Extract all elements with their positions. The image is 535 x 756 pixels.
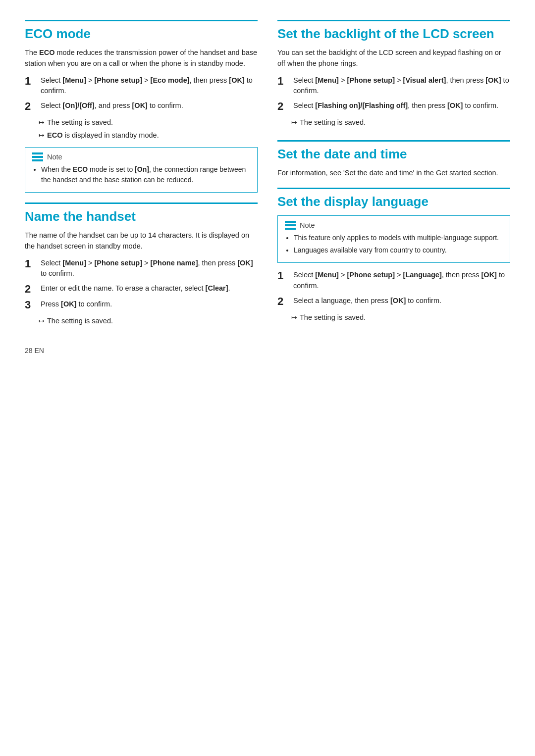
eco-step-1: 1 Select [Menu] > [Phone setup] > [Eco m… — [25, 75, 258, 97]
name-step-2-content: Enter or edit the name. To erase a chara… — [41, 283, 258, 294]
note-title: Note — [47, 153, 62, 161]
language-step-num-1: 1 — [277, 270, 291, 282]
svg-rect-4 — [285, 224, 296, 226]
language-step-1: 1 Select [Menu] > [Phone setup] > [Langu… — [277, 270, 510, 292]
eco-note-list: When the ECO mode is set to [On], the co… — [32, 164, 250, 185]
arrow-icon-2: ↦ — [39, 130, 45, 141]
name-step-2: 2 Enter or edit the name. To erase a cha… — [25, 283, 258, 295]
backlight-step-2-content: Select [Flashing on]/[Flashing off], the… — [293, 101, 510, 111]
arrow-note-saved: ↦ The setting is saved. — [39, 117, 258, 128]
language-step-1-content: Select [Menu] > [Phone setup] > [Languag… — [293, 270, 510, 292]
name-step-1: 1 Select [Menu] > [Phone setup] > [Phone… — [25, 258, 258, 280]
backlight-step-2: 2 Select [Flashing on]/[Flashing off], t… — [277, 101, 510, 112]
name-handset-section: Name the handset The name of the handset… — [25, 202, 258, 327]
step-2-content: Select [On]/[Off], and press [OK] to con… — [41, 101, 258, 111]
language-note-box: Note This feature only applies to models… — [277, 215, 510, 263]
step-num-1: 1 — [25, 75, 39, 87]
display-language-section: Set the display language Note This featu… — [277, 188, 510, 323]
date-time-section: Set the date and time For information, s… — [277, 140, 510, 179]
language-note-icon — [285, 221, 296, 230]
name-arrow-text: The setting is saved. — [47, 316, 113, 327]
backlight-step-num-1: 1 — [277, 75, 291, 87]
language-steps: 1 Select [Menu] > [Phone setup] > [Langu… — [277, 270, 510, 307]
arrow-note-text-2: ECO is displayed in standby mode. — [47, 130, 159, 141]
step-num-2: 2 — [25, 101, 39, 112]
backlight-arrow-text: The setting is saved. — [300, 117, 366, 128]
name-arrow-icon: ↦ — [39, 316, 45, 326]
svg-rect-3 — [285, 221, 296, 223]
language-arrow-note: ↦ The setting is saved. — [291, 312, 510, 323]
name-handset-title: Name the handset — [25, 202, 258, 224]
language-arrow-text: The setting is saved. — [300, 312, 366, 323]
language-note-item-2: Languages available vary from country to… — [294, 245, 503, 255]
arrow-icon: ↦ — [39, 117, 45, 128]
backlight-step-num-2: 2 — [277, 101, 291, 112]
name-arrow-note: ↦ The setting is saved. — [39, 316, 258, 327]
name-step-num-1: 1 — [25, 258, 39, 270]
name-handset-steps: 1 Select [Menu] > [Phone setup] > [Phone… — [25, 258, 258, 311]
name-step-3: 3 Press [OK] to confirm. — [25, 299, 258, 311]
backlight-steps: 1 Select [Menu] > [Phone setup] > [Visua… — [277, 75, 510, 113]
svg-rect-2 — [32, 159, 43, 161]
eco-mode-intro: The ECO mode reduces the transmission po… — [25, 48, 258, 69]
eco-mode-section: ECO mode The ECO mode reduces the transm… — [25, 20, 258, 193]
eco-mode-steps: 1 Select [Menu] > [Phone setup] > [Eco m… — [25, 75, 258, 113]
language-note-list: This feature only applies to models with… — [285, 233, 503, 255]
backlight-arrow-note: ↦ The setting is saved. — [291, 117, 510, 128]
backlight-section: Set the backlight of the LCD screen You … — [277, 20, 510, 128]
language-step-num-2: 2 — [277, 296, 291, 307]
name-step-1-content: Select [Menu] > [Phone setup] > [Phone n… — [41, 258, 258, 280]
language-note-item-1: This feature only applies to models with… — [294, 233, 503, 243]
name-step-num-3: 3 — [25, 299, 39, 311]
step-1-content: Select [Menu] > [Phone setup] > [Eco mod… — [41, 75, 258, 97]
eco-mode-title: ECO mode — [25, 20, 258, 42]
note-icon — [32, 152, 43, 161]
arrow-note-text: The setting is saved. — [47, 117, 113, 128]
backlight-intro: You can set the backlight of the LCD scr… — [277, 48, 510, 69]
page-number: 28 EN — [25, 347, 44, 354]
eco-note-box: Note When the ECO mode is set to [On], t… — [25, 147, 258, 193]
backlight-arrow-icon: ↦ — [291, 117, 297, 128]
display-language-title: Set the display language — [277, 188, 510, 209]
language-arrow-icon: ↦ — [291, 312, 297, 323]
backlight-title: Set the backlight of the LCD screen — [277, 20, 510, 42]
language-step-2: 2 Select a language, then press [OK] to … — [277, 296, 510, 307]
language-note-title: Note — [300, 221, 315, 229]
eco-step-2: 2 Select [On]/[Off], and press [OK] to c… — [25, 101, 258, 112]
name-handset-intro: The name of the handset can be up to 14 … — [25, 230, 258, 252]
arrow-note-eco: ↦ ECO is displayed in standby mode. — [39, 130, 258, 141]
language-note-header: Note — [285, 221, 503, 230]
page-footer: 28 EN — [25, 347, 510, 354]
date-time-intro: For information, see 'Set the date and t… — [277, 168, 510, 179]
name-step-num-2: 2 — [25, 283, 39, 295]
backlight-step-1: 1 Select [Menu] > [Phone setup] > [Visua… — [277, 75, 510, 97]
eco-note-item-1: When the ECO mode is set to [On], the co… — [41, 164, 250, 185]
eco-note-header: Note — [32, 152, 250, 161]
svg-rect-5 — [285, 228, 296, 230]
language-step-2-content: Select a language, then press [OK] to co… — [293, 296, 510, 306]
svg-rect-0 — [32, 152, 43, 154]
svg-rect-1 — [32, 156, 43, 158]
date-time-title: Set the date and time — [277, 140, 510, 162]
backlight-step-1-content: Select [Menu] > [Phone setup] > [Visual … — [293, 75, 510, 97]
name-step-3-content: Press [OK] to confirm. — [41, 299, 258, 310]
